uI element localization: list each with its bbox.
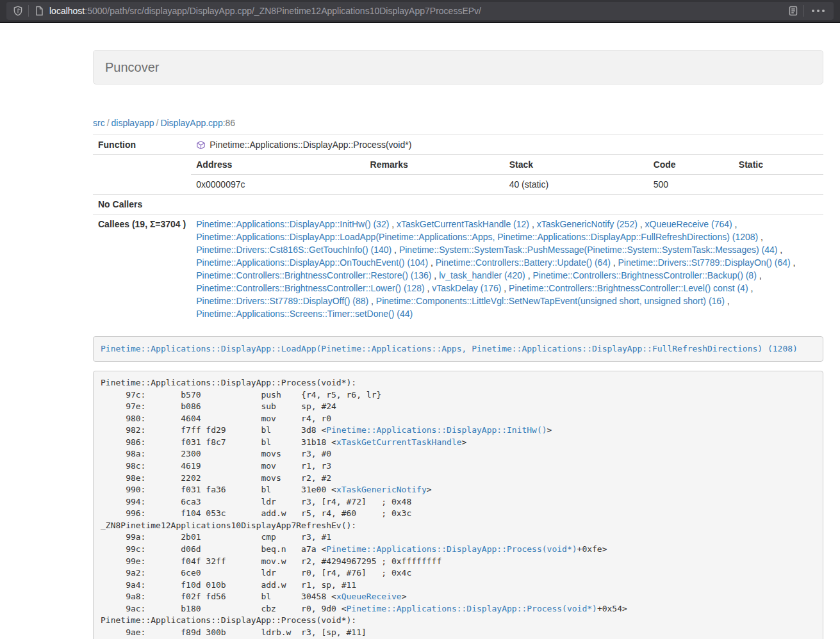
code-size-value: 500 [648,175,734,195]
callee-link[interactable]: lv_task_handler (420) [439,270,525,280]
more-menu-icon[interactable] [809,10,827,12]
callee-separator: , [428,257,436,268]
page-title: Puncover [105,59,811,76]
table-row-function: Function Pinetime::Applications::Display… [93,135,823,155]
browser-toolbar: localhost:5000/path/src/displayapp/Displ… [0,0,840,23]
function-name: Pinetime::Applications::DisplayApp::Proc… [210,138,411,151]
col-header-address: Address [191,155,365,175]
function-info-table: Function Pinetime::Applications::Display… [93,135,823,323]
callee-separator: , [757,270,762,280]
col-header-static: Static [734,155,823,175]
callees-label: Callees (19, Σ=3704 ) [93,214,191,324]
callee-separator: , [425,283,432,293]
callee-separator: , [611,257,618,268]
callees-list: Pinetime::Applications::DisplayApp::Init… [196,218,818,320]
callee-separator: , [638,219,645,229]
asm-symbol-link[interactable]: xQueueReceive [336,592,402,601]
remarks-value [365,175,504,195]
breadcrumb-line-number: :86 [223,118,235,128]
callee-separator: , [431,270,439,280]
breadcrumb-separator: / [154,118,161,128]
url-path: :5000/path/src/displayapp/DisplayApp.cpp… [85,6,481,16]
callee-link[interactable]: xTaskGenericNotify (252) [537,219,638,229]
static-value [734,175,823,195]
callee-link[interactable]: Pinetime::Controllers::BrightnessControl… [196,270,431,280]
callee-link[interactable]: Pinetime::Controllers::BrightnessControl… [509,283,748,293]
callee-separator: , [525,270,533,280]
col-header-remarks: Remarks [365,155,504,175]
app-header-panel: Puncover [93,50,823,85]
shield-icon[interactable] [13,6,23,16]
callee-separator: , [748,283,754,293]
page-actions-divider [803,5,804,17]
col-header-stack: Stack [504,155,648,175]
callee-link[interactable]: Pinetime::Applications::DisplayApp::OnTo… [196,257,428,268]
callee-link[interactable]: Pinetime::System::SystemTask::PushMessag… [399,245,778,255]
callee-separator: , [389,219,397,229]
reader-mode-icon[interactable] [788,6,798,16]
page-container: Puncover src/displayapp/DisplayApp.cpp:8… [93,50,823,639]
callee-separator: , [791,257,796,268]
asm-symbol-link[interactable]: xTaskGenericNotify [336,485,427,494]
symbol-cube-icon [196,140,206,150]
callee-link[interactable]: Pinetime::Applications::DisplayApp::Load… [196,232,758,242]
callee-separator: , [732,219,737,229]
callee-link[interactable]: Pinetime::Controllers::BrightnessControl… [532,270,756,280]
asm-symbol-link[interactable]: Pinetime::Applications::DisplayApp::Proc… [326,544,577,554]
url-host: localhost [49,6,85,16]
url-bar[interactable]: localhost:5000/path/src/displayapp/Displ… [6,2,834,20]
callee-link[interactable]: xTaskGetCurrentTaskHandle (12) [397,219,529,229]
disassembly-block: Pinetime::Applications::DisplayApp::Proc… [93,371,823,639]
asm-symbol-link[interactable]: Pinetime::Applications::DisplayApp::Init… [326,425,547,435]
callee-separator: , [725,296,730,306]
loadapp-symbol-link[interactable]: Pinetime::Applications::DisplayApp::Load… [101,344,798,353]
callee-separator: , [529,219,537,229]
callee-link[interactable]: Pinetime::Controllers::Battery::Update()… [436,257,611,268]
callee-separator: , [758,232,763,242]
highlighted-symbol-snippet: Pinetime::Applications::DisplayApp::Load… [93,336,823,362]
callee-link[interactable]: Pinetime::Drivers::St7789::DisplayOff() … [196,296,368,306]
callee-link[interactable]: Pinetime::Components::LittleVgl::SetNewT… [376,296,725,306]
callee-separator: , [777,245,782,255]
table-row-callers: No Callers [93,195,823,214]
callee-link[interactable]: vTaskDelay (176) [432,283,501,293]
page-icon[interactable] [34,6,44,16]
table-row-metrics: Address Remarks Stack Code Static 0x0000… [93,155,823,195]
breadcrumb-separator: / [105,118,111,128]
url-input[interactable]: localhost:5000/path/src/displayapp/Displ… [49,6,783,16]
breadcrumb-link-file[interactable]: DisplayApp.cpp [160,118,222,128]
asm-symbol-link[interactable]: Pinetime::Applications::DisplayApp::Proc… [347,604,597,613]
callee-link[interactable]: Pinetime::Drivers::Cst816S::GetTouchInfo… [196,245,391,255]
callee-link[interactable]: Pinetime::Applications::DisplayApp::Init… [196,219,389,229]
metrics-value-row: 0x0000097c 40 (static) 500 [191,175,823,195]
metrics-table: Address Remarks Stack Code Static 0x0000… [191,155,823,194]
breadcrumb-link-displayapp[interactable]: displayapp [111,118,154,128]
table-row-callees: Callees (19, Σ=3704 ) Pinetime::Applicat… [93,214,823,324]
address-value: 0x0000097c [191,175,365,195]
metrics-header-row: Address Remarks Stack Code Static [191,155,823,175]
callee-link[interactable]: Pinetime::Drivers::St7789::DisplayOn() (… [618,257,791,268]
no-callers-label: No Callers [93,195,191,214]
callee-link[interactable]: Pinetime::Controllers::BrightnessControl… [196,283,424,293]
breadcrumb: src/displayapp/DisplayApp.cpp:86 [93,117,823,129]
breadcrumb-link-src[interactable]: src [93,118,105,128]
function-row-label: Function [93,135,191,155]
urlbar-divider [28,5,29,17]
callee-link[interactable]: xQueueReceive (764) [645,219,732,229]
callee-link[interactable]: Pinetime::Applications::Screens::Timer::… [196,309,413,319]
callee-separator: , [391,245,399,255]
callee-separator: , [368,296,376,306]
asm-symbol-link[interactable]: xTaskGetCurrentTaskHandle [336,437,462,447]
col-header-code: Code [648,155,734,175]
stack-value: 40 (static) [504,175,648,195]
callee-separator: , [501,283,509,293]
